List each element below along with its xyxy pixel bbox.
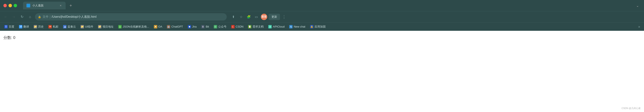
address-path: /Users/jhxl/Desktop/小人逃脱.html <box>52 15 96 18</box>
bookmark-baidu-label: 百度 <box>9 25 14 29</box>
page-content: 分数: 0 <box>0 31 644 112</box>
bookmark-bit[interactable]: B Bit <box>199 24 211 30</box>
traffic-lights <box>4 4 17 7</box>
home-button[interactable]: ⌂ <box>27 14 33 20</box>
xuqiu-icon: 📋 <box>248 25 252 28</box>
address-bar[interactable]: 🔒 文件｜/Users/jhxl/Desktop/小人逃脱.html <box>35 13 227 21</box>
bookmark-lanyun-label: 蓝奏云 <box>68 25 76 29</box>
gonghao-icon: © <box>214 25 217 28</box>
share-button[interactable]: ⬆ <box>230 14 236 20</box>
bookmark-yingyong[interactable]: 🔒 应用加固 <box>308 24 328 30</box>
chatgpt-icon: 🤖 <box>167 25 170 28</box>
close-button[interactable] <box>4 4 7 7</box>
bookmark-lishi[interactable]: 📁 历史 <box>32 24 46 30</box>
bookmark-fanyi-label: 翻译 <box>24 25 29 29</box>
tab-area: 🌐 小人逃脱 ✕ + <box>23 2 632 10</box>
bookmark-oa[interactable]: ★ OA <box>152 24 164 30</box>
bookmark-csdn[interactable]: C CSDN <box>229 24 246 30</box>
bookmark-csdn-label: CSDN <box>236 25 244 28</box>
tab-title: 小人逃脱 <box>32 4 57 8</box>
json-icon: {} <box>118 25 122 28</box>
bookmark-fanyi[interactable]: 译 翻译 <box>17 24 31 30</box>
update-button[interactable]: 更新 <box>268 14 280 20</box>
tab-favicon: 🌐 <box>26 4 30 8</box>
extensions-button[interactable]: 🧩 <box>246 14 252 20</box>
youjian-icon: ✉ <box>48 25 52 28</box>
bookmark-youjian[interactable]: ✉ 私邮 <box>46 24 60 30</box>
bookmarks-more-button[interactable]: » <box>636 24 642 30</box>
bookmark-api[interactable]: A APICloud <box>266 24 286 30</box>
bit-icon: B <box>201 25 204 28</box>
bookmark-yingyong-label: 应用加固 <box>314 25 326 29</box>
fanyi-icon: 译 <box>19 25 22 28</box>
titlebar-right: ⌄ <box>634 3 640 9</box>
oa-icon: ★ <box>154 25 157 28</box>
tab-close-button[interactable]: ✕ <box>59 4 62 7</box>
address-text: 文件｜/Users/jhxl/Desktop/小人逃脱.html <box>42 15 224 19</box>
titlebar-chevron-icon[interactable]: ⌄ <box>634 3 640 9</box>
api-icon: A <box>268 25 272 28</box>
bookmark-chatgpt[interactable]: 🤖 ChatGPT <box>165 24 185 30</box>
navbar-right: ⬆ ☆ 🧩 ▭ 双世 更新 ⋮ <box>230 14 287 20</box>
bookmark-chatgpt-label: ChatGPT <box>171 25 183 28</box>
bookmark-xiangmu-label: 项目地址 <box>102 25 114 29</box>
bookmark-json-label: JSON在线解析及格... <box>123 25 149 29</box>
bookmark-uizujian-label: UI组件 <box>85 25 93 29</box>
bookmark-gonghao[interactable]: © 公众号 <box>212 24 229 30</box>
lishi-icon: 📁 <box>34 25 37 28</box>
bookmark-api-label: APICloud <box>273 25 284 28</box>
lock-icon: 🔒 <box>38 15 41 18</box>
back-button[interactable]: ← <box>2 14 9 20</box>
xiangmu-icon: 📁 <box>98 25 102 28</box>
bookmark-lanyun[interactable]: ☁ 蓝奏云 <box>61 24 78 30</box>
bookmark-xuqiu[interactable]: 📋 需求文档 <box>246 24 266 30</box>
navbar: ← → ↻ ⌂ 🔒 文件｜/Users/jhxl/Desktop/小人逃脱.ht… <box>0 11 644 22</box>
bookmark-gonghao-label: 公众号 <box>218 25 226 29</box>
bookmark-xiangmu[interactable]: 📁 项目地址 <box>96 24 116 30</box>
user-avatar[interactable]: 双世 <box>261 14 267 20</box>
bookmark-xuqiu-label: 需求文档 <box>252 25 264 29</box>
bookmark-oa-label: OA <box>158 25 162 28</box>
lanyun-icon: ☁ <box>63 25 66 28</box>
forward-button[interactable]: → <box>11 14 17 20</box>
bookmark-youjian-label: 私邮 <box>53 25 58 29</box>
menu-button[interactable]: ⋮ <box>281 14 287 20</box>
csdn-icon: C <box>231 25 235 28</box>
score-display: 分数: 0 <box>4 36 15 40</box>
footer-watermark: CSDN @几何心凌 <box>622 107 640 110</box>
minimize-button[interactable] <box>8 4 12 7</box>
bookmark-jira-label: Jira <box>192 25 197 28</box>
bookmark-baidu[interactable]: 百 百度 <box>2 24 16 30</box>
newchat-icon: N <box>289 25 292 28</box>
bookmark-uizujian[interactable]: 📁 UI组件 <box>78 24 96 30</box>
bookmark-jira[interactable]: ◆ Jira <box>186 24 199 30</box>
bookmark-json[interactable]: {} JSON在线解析及格... <box>116 24 151 30</box>
address-prefix: 文件｜ <box>42 15 52 18</box>
titlebar: 🌐 小人逃脱 ✕ + ⌄ <box>0 0 644 11</box>
bookmarks-bar: 百 百度 译 翻译 📁 历史 ✉ 私邮 ☁ 蓝奏云 📁 UI组件 📁 项目地址 … <box>0 22 644 31</box>
uizujian-icon: 📁 <box>80 25 84 28</box>
bookmark-bit-label: Bit <box>206 25 209 28</box>
sidebar-toggle[interactable]: ▭ <box>253 14 260 20</box>
bookmark-button[interactable]: ☆ <box>238 14 244 20</box>
reload-button[interactable]: ↻ <box>19 14 25 20</box>
jira-icon: ◆ <box>188 25 191 28</box>
bookmark-newchat[interactable]: N New chat <box>287 24 307 30</box>
baidu-icon: 百 <box>4 25 8 28</box>
yingyong-icon: 🔒 <box>310 25 314 28</box>
maximize-button[interactable] <box>14 4 17 7</box>
active-tab[interactable]: 🌐 小人逃脱 ✕ <box>23 2 66 10</box>
bookmark-newchat-label: New chat <box>294 25 305 28</box>
bookmark-lishi-label: 历史 <box>38 25 44 29</box>
new-tab-button[interactable]: + <box>67 2 74 9</box>
